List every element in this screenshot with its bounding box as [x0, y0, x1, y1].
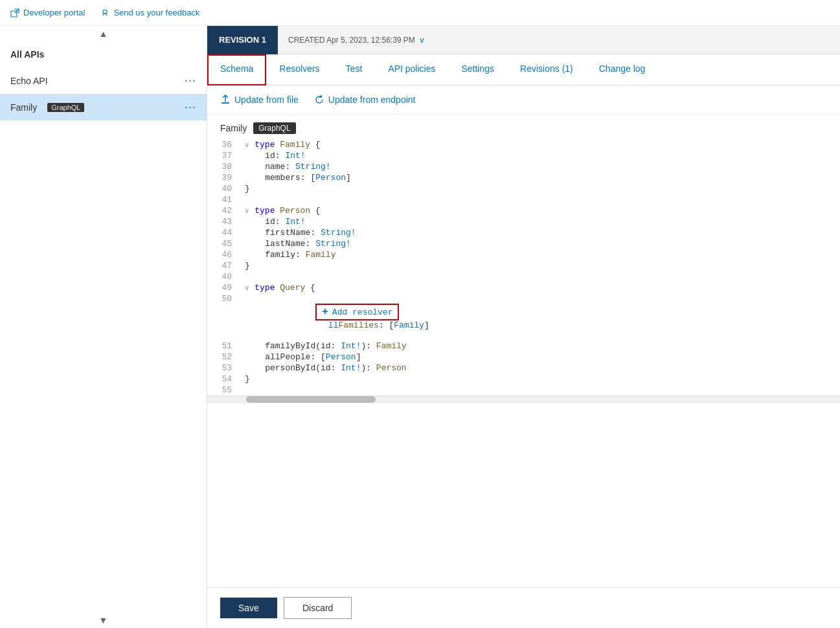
revision-chevron-icon[interactable]: ∨: [419, 36, 425, 45]
top-bar: Developer portal Send us your feedback: [0, 0, 840, 26]
table-row: 37 id: Int!: [207, 150, 840, 161]
code-editor[interactable]: 36 ∨ type Family { 37 id: Int! 38 name: …: [207, 139, 840, 587]
sidebar-scroll-up[interactable]: ▲: [0, 26, 207, 41]
upload-icon: [220, 95, 231, 105]
line-50-code: llFamilies: [Family]: [318, 320, 429, 330]
tab-schema[interactable]: Schema: [207, 54, 266, 85]
save-button[interactable]: Save: [220, 598, 277, 618]
tab-revisions[interactable]: Revisions (1): [507, 54, 586, 85]
schema-header: Family GraphQL: [207, 115, 840, 139]
code-table: 36 ∨ type Family { 37 id: Int! 38 name: …: [207, 139, 840, 396]
revision-bar: REVISION 1 CREATED Apr 5, 2023, 12:56:39…: [207, 26, 840, 54]
bottom-bar: Save Discard: [207, 587, 840, 628]
table-row: 45 lastName: String!: [207, 238, 840, 249]
revision-tab[interactable]: REVISION 1: [207, 26, 278, 54]
update-from-file-button[interactable]: Update from file: [220, 95, 299, 105]
sidebar-scroll-down[interactable]: ▼: [0, 612, 207, 628]
horizontal-scrollbar[interactable]: [207, 396, 840, 403]
refresh-icon: [314, 95, 324, 105]
sidebar: ▲ All APIs Echo API ··· Family GraphQL ·…: [0, 26, 207, 628]
table-row: 38 name: String!: [207, 161, 840, 172]
sidebar-scroll-area: Echo API ··· Family GraphQL ···: [0, 67, 207, 612]
update-from-endpoint-button[interactable]: Update from endpoint: [314, 95, 416, 105]
revision-meta: CREATED Apr 5, 2023, 12:56:39 PM ∨: [278, 36, 435, 45]
table-row: 54 }: [207, 374, 840, 385]
table-row: 48: [207, 271, 840, 282]
tab-settings[interactable]: Settings: [448, 54, 507, 85]
table-row: 53 personById(id: Int!): Person: [207, 363, 840, 374]
collapse-icon[interactable]: ∨: [245, 141, 253, 149]
feedback-link[interactable]: Send us your feedback: [100, 8, 199, 17]
tab-api-policies[interactable]: API policies: [375, 54, 448, 85]
actions-bar: Update from file Update from endpoint: [207, 85, 840, 115]
table-row: 49 ∨ type Query {: [207, 282, 840, 293]
h-scroll-thumb[interactable]: [246, 396, 376, 403]
table-row: 50 + Add resolver llFamilies: [Family]: [207, 293, 840, 341]
developer-portal-link[interactable]: Developer portal: [10, 8, 85, 17]
tab-change-log[interactable]: Change log: [586, 54, 659, 85]
external-link-icon: [10, 8, 19, 17]
collapse-icon[interactable]: ∨: [245, 207, 253, 215]
add-resolver-label: Add resolver: [332, 308, 393, 317]
table-row: 44 firstName: String!: [207, 227, 840, 238]
tab-resolvers[interactable]: Resolvers: [266, 54, 332, 85]
family-item-left: Family GraphQL: [10, 102, 84, 113]
svg-point-2: [103, 10, 107, 14]
sidebar-item-family[interactable]: Family GraphQL ···: [0, 94, 207, 120]
table-row: 52 allPeople: [Person]: [207, 352, 840, 363]
table-row: 42 ∨ type Person {: [207, 205, 840, 216]
table-row: 47 }: [207, 260, 840, 271]
table-row: 43 id: Int!: [207, 216, 840, 227]
collapse-icon[interactable]: ∨: [245, 284, 253, 292]
family-menu[interactable]: ···: [185, 100, 196, 114]
echo-api-menu[interactable]: ···: [185, 74, 196, 87]
table-row: 46 family: Family: [207, 249, 840, 260]
table-row: 39 members: [Person]: [207, 172, 840, 183]
table-row: 55: [207, 385, 840, 396]
main-layout: ▲ All APIs Echo API ··· Family GraphQL ·…: [0, 26, 840, 628]
sidebar-item-echo-api[interactable]: Echo API ···: [0, 67, 207, 94]
table-row: 36 ∨ type Family {: [207, 139, 840, 150]
feedback-icon: [100, 8, 109, 17]
tab-test[interactable]: Test: [333, 54, 376, 85]
sidebar-header: All APIs: [0, 41, 207, 67]
tabs-bar: Schema Resolvers Test API policies Setti…: [207, 54, 840, 85]
add-resolver-plus-icon: +: [322, 306, 328, 318]
table-row: 41: [207, 194, 840, 205]
discard-button[interactable]: Discard: [284, 597, 352, 619]
table-row: 40 }: [207, 183, 840, 194]
add-resolver-bar[interactable]: + Add resolver: [315, 304, 399, 320]
svg-rect-3: [221, 102, 229, 104]
content-area: REVISION 1 CREATED Apr 5, 2023, 12:56:39…: [207, 26, 840, 628]
table-row: 51 familyById(id: Int!): Family: [207, 341, 840, 352]
